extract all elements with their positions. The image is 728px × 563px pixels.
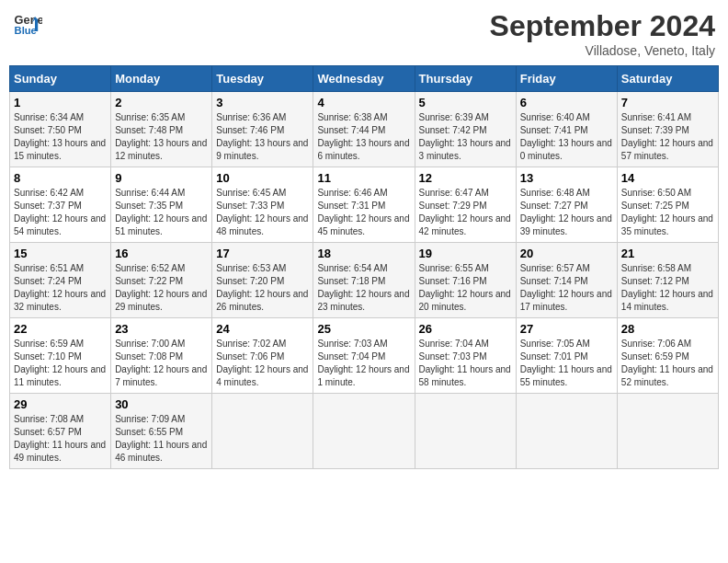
calendar-cell: 21Sunrise: 6:58 AMSunset: 7:12 PMDayligh… bbox=[617, 243, 718, 318]
calendar-cell: 29Sunrise: 7:08 AMSunset: 6:57 PMDayligh… bbox=[10, 394, 111, 469]
day-info: Sunrise: 6:55 AMSunset: 7:16 PMDaylight:… bbox=[419, 262, 512, 314]
day-number: 28 bbox=[621, 322, 714, 336]
day-info: Sunrise: 7:00 AMSunset: 7:08 PMDaylight:… bbox=[115, 338, 208, 389]
calendar-cell: 20Sunrise: 6:57 AMSunset: 7:14 PMDayligh… bbox=[516, 243, 617, 318]
day-info: Sunrise: 6:39 AMSunset: 7:42 PMDaylight:… bbox=[419, 111, 512, 163]
calendar-cell: 2Sunrise: 6:35 AMSunset: 7:48 PMDaylight… bbox=[111, 92, 212, 167]
day-info: Sunrise: 6:48 AMSunset: 7:27 PMDaylight:… bbox=[520, 187, 613, 238]
logo: General Blue bbox=[13, 9, 42, 39]
day-number: 29 bbox=[14, 397, 107, 411]
day-info: Sunrise: 7:02 AMSunset: 7:06 PMDaylight:… bbox=[216, 338, 309, 389]
col-header-wednesday: Wednesday bbox=[313, 66, 415, 92]
calendar-cell: 1Sunrise: 6:34 AMSunset: 7:50 PMDaylight… bbox=[10, 92, 111, 167]
week-row-2: 8Sunrise: 6:42 AMSunset: 7:37 PMDaylight… bbox=[10, 167, 719, 243]
calendar-cell: 16Sunrise: 6:52 AMSunset: 7:22 PMDayligh… bbox=[111, 243, 212, 318]
col-header-saturday: Saturday bbox=[617, 66, 718, 92]
week-row-5: 29Sunrise: 7:08 AMSunset: 6:57 PMDayligh… bbox=[10, 394, 719, 469]
day-number: 3 bbox=[216, 96, 309, 109]
day-info: Sunrise: 6:35 AMSunset: 7:48 PMDaylight:… bbox=[115, 111, 208, 163]
day-number: 17 bbox=[216, 247, 309, 260]
day-info: Sunrise: 7:06 AMSunset: 6:59 PMDaylight:… bbox=[621, 338, 714, 389]
calendar-cell bbox=[415, 394, 516, 469]
calendar-cell: 3Sunrise: 6:36 AMSunset: 7:46 PMDaylight… bbox=[212, 92, 313, 167]
calendar-cell: 22Sunrise: 6:59 AMSunset: 7:10 PMDayligh… bbox=[10, 318, 111, 394]
day-info: Sunrise: 6:52 AMSunset: 7:22 PMDaylight:… bbox=[115, 262, 208, 314]
day-number: 2 bbox=[115, 96, 208, 109]
day-number: 23 bbox=[115, 322, 208, 336]
calendar-cell: 8Sunrise: 6:42 AMSunset: 7:37 PMDaylight… bbox=[10, 167, 111, 243]
calendar-cell: 17Sunrise: 6:53 AMSunset: 7:20 PMDayligh… bbox=[212, 243, 313, 318]
week-row-3: 15Sunrise: 6:51 AMSunset: 7:24 PMDayligh… bbox=[10, 243, 719, 318]
day-info: Sunrise: 6:36 AMSunset: 7:46 PMDaylight:… bbox=[216, 111, 309, 163]
day-info: Sunrise: 6:42 AMSunset: 7:37 PMDaylight:… bbox=[14, 187, 107, 238]
day-info: Sunrise: 6:34 AMSunset: 7:50 PMDaylight:… bbox=[14, 111, 107, 163]
day-number: 30 bbox=[115, 397, 208, 411]
day-number: 20 bbox=[520, 247, 613, 260]
day-info: Sunrise: 6:57 AMSunset: 7:14 PMDaylight:… bbox=[520, 262, 613, 314]
calendar-cell: 25Sunrise: 7:03 AMSunset: 7:04 PMDayligh… bbox=[313, 318, 415, 394]
day-number: 13 bbox=[520, 171, 613, 185]
col-header-sunday: Sunday bbox=[10, 66, 111, 92]
week-row-4: 22Sunrise: 6:59 AMSunset: 7:10 PMDayligh… bbox=[10, 318, 719, 394]
day-info: Sunrise: 7:03 AMSunset: 7:04 PMDaylight:… bbox=[317, 338, 410, 389]
day-number: 6 bbox=[520, 96, 613, 109]
calendar-cell: 6Sunrise: 6:40 AMSunset: 7:41 PMDaylight… bbox=[516, 92, 617, 167]
col-header-thursday: Thursday bbox=[415, 66, 516, 92]
day-number: 26 bbox=[419, 322, 512, 336]
day-info: Sunrise: 6:38 AMSunset: 7:44 PMDaylight:… bbox=[317, 111, 410, 163]
day-number: 9 bbox=[115, 171, 208, 185]
day-info: Sunrise: 6:50 AMSunset: 7:25 PMDaylight:… bbox=[621, 187, 714, 238]
day-number: 14 bbox=[621, 171, 714, 185]
month-title: September 2024 bbox=[490, 9, 715, 43]
day-info: Sunrise: 7:08 AMSunset: 6:57 PMDaylight:… bbox=[14, 413, 107, 465]
day-number: 4 bbox=[317, 96, 410, 109]
calendar-cell bbox=[212, 394, 313, 469]
day-number: 11 bbox=[317, 171, 410, 185]
day-number: 1 bbox=[14, 96, 107, 109]
day-info: Sunrise: 7:04 AMSunset: 7:03 PMDaylight:… bbox=[419, 338, 512, 389]
page-header: General Blue September 2024 Villadose, V… bbox=[9, 9, 719, 58]
calendar-cell: 9Sunrise: 6:44 AMSunset: 7:35 PMDaylight… bbox=[111, 167, 212, 243]
location: Villadose, Veneto, Italy bbox=[490, 43, 715, 58]
calendar-cell: 28Sunrise: 7:06 AMSunset: 6:59 PMDayligh… bbox=[617, 318, 718, 394]
day-number: 8 bbox=[14, 171, 107, 185]
day-info: Sunrise: 6:58 AMSunset: 7:12 PMDaylight:… bbox=[621, 262, 714, 314]
day-info: Sunrise: 6:59 AMSunset: 7:10 PMDaylight:… bbox=[14, 338, 107, 389]
calendar-cell: 13Sunrise: 6:48 AMSunset: 7:27 PMDayligh… bbox=[516, 167, 617, 243]
calendar-cell: 12Sunrise: 6:47 AMSunset: 7:29 PMDayligh… bbox=[415, 167, 516, 243]
day-info: Sunrise: 6:47 AMSunset: 7:29 PMDaylight:… bbox=[419, 187, 512, 238]
day-info: Sunrise: 7:05 AMSunset: 7:01 PMDaylight:… bbox=[520, 338, 613, 389]
col-header-tuesday: Tuesday bbox=[212, 66, 313, 92]
day-number: 22 bbox=[14, 322, 107, 336]
calendar-cell: 23Sunrise: 7:00 AMSunset: 7:08 PMDayligh… bbox=[111, 318, 212, 394]
logo-icon: General Blue bbox=[13, 9, 42, 39]
calendar-cell: 15Sunrise: 6:51 AMSunset: 7:24 PMDayligh… bbox=[10, 243, 111, 318]
calendar-cell: 26Sunrise: 7:04 AMSunset: 7:03 PMDayligh… bbox=[415, 318, 516, 394]
calendar-cell: 30Sunrise: 7:09 AMSunset: 6:55 PMDayligh… bbox=[111, 394, 212, 469]
calendar-cell: 18Sunrise: 6:54 AMSunset: 7:18 PMDayligh… bbox=[313, 243, 415, 318]
col-header-monday: Monday bbox=[111, 66, 212, 92]
day-number: 21 bbox=[621, 247, 714, 260]
calendar-cell: 27Sunrise: 7:05 AMSunset: 7:01 PMDayligh… bbox=[516, 318, 617, 394]
week-row-1: 1Sunrise: 6:34 AMSunset: 7:50 PMDaylight… bbox=[10, 92, 719, 167]
day-number: 12 bbox=[419, 171, 512, 185]
day-info: Sunrise: 6:53 AMSunset: 7:20 PMDaylight:… bbox=[216, 262, 309, 314]
calendar-table: SundayMondayTuesdayWednesdayThursdayFrid… bbox=[9, 65, 719, 469]
calendar-cell: 7Sunrise: 6:41 AMSunset: 7:39 PMDaylight… bbox=[617, 92, 718, 167]
day-number: 27 bbox=[520, 322, 613, 336]
day-number: 5 bbox=[419, 96, 512, 109]
calendar-header: SundayMondayTuesdayWednesdayThursdayFrid… bbox=[10, 66, 719, 92]
day-number: 18 bbox=[317, 247, 410, 260]
calendar-cell: 5Sunrise: 6:39 AMSunset: 7:42 PMDaylight… bbox=[415, 92, 516, 167]
day-number: 16 bbox=[115, 247, 208, 260]
svg-text:Blue: Blue bbox=[15, 25, 37, 36]
day-info: Sunrise: 6:41 AMSunset: 7:39 PMDaylight:… bbox=[621, 111, 714, 163]
day-info: Sunrise: 6:51 AMSunset: 7:24 PMDaylight:… bbox=[14, 262, 107, 314]
calendar-cell: 19Sunrise: 6:55 AMSunset: 7:16 PMDayligh… bbox=[415, 243, 516, 318]
calendar-cell: 10Sunrise: 6:45 AMSunset: 7:33 PMDayligh… bbox=[212, 167, 313, 243]
calendar-cell: 14Sunrise: 6:50 AMSunset: 7:25 PMDayligh… bbox=[617, 167, 718, 243]
title-area: September 2024 Villadose, Veneto, Italy bbox=[490, 9, 715, 58]
day-number: 7 bbox=[621, 96, 714, 109]
day-number: 25 bbox=[317, 322, 410, 336]
calendar-cell: 4Sunrise: 6:38 AMSunset: 7:44 PMDaylight… bbox=[313, 92, 415, 167]
